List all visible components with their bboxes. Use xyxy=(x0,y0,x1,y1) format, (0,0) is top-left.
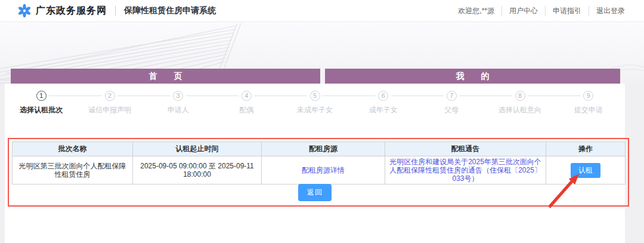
step-label: 申请人 xyxy=(144,105,212,115)
step-label: 配偶 xyxy=(212,105,281,115)
batch-table-zone: 批次名称 认租起止时间 配租房源 配租通告 操作 光明区第三批次面向个人配租保障… xyxy=(12,142,625,184)
banner: 首 页 我 的 xyxy=(0,22,644,84)
app-title: 保障性租赁住房申请系统 xyxy=(124,5,216,16)
step-label: 提交申请 xyxy=(554,105,623,115)
notice-cell: 光明区住房和建设局关于2025年第三批次面向个人配租保障性租赁住房的通告（住保租… xyxy=(385,156,546,184)
step-label: 成年子女 xyxy=(349,105,417,115)
main-panel: 1 选择认租批次 2 诚信申报声明 3 申请人 4 配偶 5 未成年子女 6 成… xyxy=(5,84,625,243)
batch-table: 批次名称 认租起止时间 配租房源 配租通告 操作 光明区第三批次面向个人配租保障… xyxy=(12,142,626,184)
step-circle: 9 xyxy=(583,91,593,101)
table-row: 光明区第三批次面向个人配租保障性租赁住房 2025-09-05 09:00:00… xyxy=(13,156,626,184)
step-9-submit: 9 提交申请 xyxy=(554,91,623,115)
back-button[interactable]: 返回 xyxy=(298,184,332,201)
step-8-rental-intention: 8 选择认租意向 xyxy=(486,91,555,115)
col-action: 操作 xyxy=(546,142,626,156)
action-cell: 认租 xyxy=(546,156,626,184)
step-label: 父母 xyxy=(417,105,486,115)
house-detail-link[interactable]: 配租房源详情 xyxy=(302,166,345,174)
step-label: 选择认租批次 xyxy=(7,105,76,115)
step-circle: 1 xyxy=(36,91,47,101)
step-circle: 4 xyxy=(242,91,252,101)
step-label: 选择认租意向 xyxy=(486,105,555,115)
user-center-link[interactable]: 用户中心 xyxy=(501,6,545,16)
time-range-cell: 2025-09-05 09:00:00 至 2025-09-11 18:00:0… xyxy=(133,156,262,184)
top-bar: 广东政务服务网 保障性租赁住房申请系统 欢迎您,**源 用户中心 申请指引 退出… xyxy=(0,0,644,22)
step-6-adult-children: 6 成年子女 xyxy=(349,91,417,115)
notice-link[interactable]: 光明区住房和建设局关于2025年第三批次面向个人配租保障性租赁住房的通告（住保租… xyxy=(389,158,541,183)
table-header-row: 批次名称 认租起止时间 配租房源 配租通告 操作 xyxy=(13,142,626,156)
step-circle: 7 xyxy=(447,91,457,101)
col-notice: 配租通告 xyxy=(385,142,546,156)
step-circle: 5 xyxy=(310,91,320,101)
col-house-source: 配租房源 xyxy=(262,142,385,156)
logout-link[interactable]: 退出登录 xyxy=(589,6,632,16)
step-circle: 3 xyxy=(173,91,183,101)
site-title: 广东政务服务网 xyxy=(36,5,107,17)
batch-name-cell: 光明区第三批次面向个人配租保障性租赁住房 xyxy=(13,156,133,184)
step-label: 未成年子女 xyxy=(281,105,349,115)
house-source-cell: 配租房源详情 xyxy=(262,156,385,184)
welcome-text: 欢迎您,**源 xyxy=(458,6,501,16)
step-3-applicant: 3 申请人 xyxy=(144,91,212,115)
rent-button[interactable]: 认租 xyxy=(571,163,600,178)
step-label: 诚信申报声明 xyxy=(76,105,144,115)
step-circle: 2 xyxy=(105,91,115,101)
step-5-minor-children: 5 未成年子女 xyxy=(281,91,349,115)
step-2-integrity-declaration: 2 诚信申报声明 xyxy=(76,91,144,115)
step-circle: 8 xyxy=(515,91,525,101)
step-indicator: 1 选择认租批次 2 诚信申报声明 3 申请人 4 配偶 5 未成年子女 6 成… xyxy=(7,91,623,115)
gov-logo-icon xyxy=(18,4,31,17)
step-circle: 6 xyxy=(378,91,388,101)
title-divider xyxy=(115,6,116,16)
col-time-range: 认租起止时间 xyxy=(133,142,262,156)
col-batch-name: 批次名称 xyxy=(13,142,133,156)
tab-home[interactable]: 首 页 xyxy=(11,69,320,84)
tab-mine[interactable]: 我 的 xyxy=(325,69,620,84)
step-4-spouse: 4 配偶 xyxy=(212,91,281,115)
step-1-select-batch: 1 选择认租批次 xyxy=(7,91,76,115)
apply-guide-link[interactable]: 申请指引 xyxy=(545,6,589,16)
step-7-parents: 7 父母 xyxy=(417,91,486,115)
